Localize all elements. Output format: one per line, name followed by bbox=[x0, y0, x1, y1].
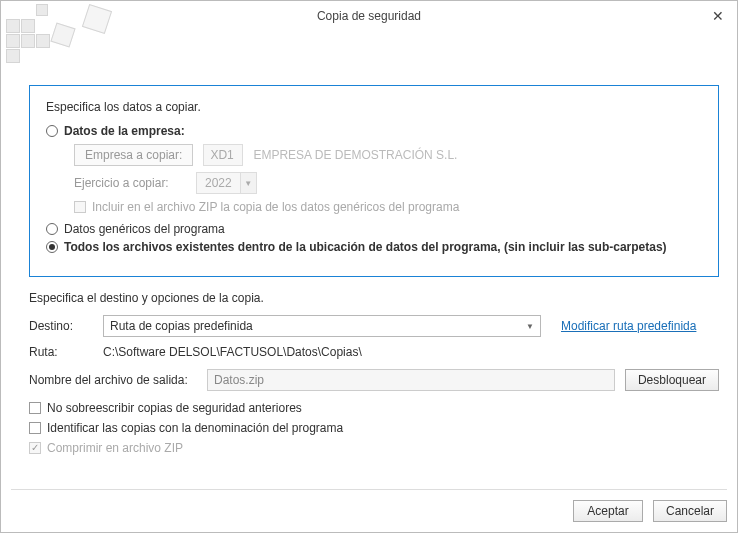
checkbox-identify-row[interactable]: Identificar las copias con la denominaci… bbox=[29, 421, 719, 435]
radio-icon bbox=[46, 241, 58, 253]
window-title: Copia de seguridad bbox=[317, 9, 421, 23]
destination-label: Destino: bbox=[29, 319, 93, 333]
checkbox-compress-label: Comprimir en archivo ZIP bbox=[47, 441, 183, 455]
path-value: C:\Software DELSOL\FACTUSOL\Datos\Copias… bbox=[103, 345, 362, 359]
section1-heading: Especifica los datos a copiar. bbox=[46, 100, 702, 114]
section2-heading: Especifica el destino y opciones de la c… bbox=[29, 291, 719, 305]
unlock-button[interactable]: Desbloquear bbox=[625, 369, 719, 391]
company-name-text: EMPRESA DE DEMOSTRACIÓN S.L. bbox=[253, 148, 457, 162]
checkbox-no-overwrite[interactable] bbox=[29, 402, 41, 414]
modify-path-link[interactable]: Modificar ruta predefinida bbox=[561, 319, 696, 333]
radio-all-files-label: Todos los archivos existentes dentro de … bbox=[64, 240, 667, 254]
year-select: 2022 ▼ bbox=[196, 172, 257, 194]
source-data-groupbox: Especifica los datos a copiar. Datos de … bbox=[29, 85, 719, 277]
accept-button[interactable]: Aceptar bbox=[573, 500, 643, 522]
chevron-down-icon: ▼ bbox=[526, 322, 534, 331]
path-label: Ruta: bbox=[29, 345, 93, 359]
radio-generic-label: Datos genéricos del programa bbox=[64, 222, 225, 236]
checkbox-identify-label: Identificar las copias con la denominaci… bbox=[47, 421, 343, 435]
close-icon[interactable]: ✕ bbox=[709, 7, 727, 25]
checkbox-no-overwrite-label: No sobreescribir copias de seguridad ant… bbox=[47, 401, 302, 415]
radio-generic-data[interactable]: Datos genéricos del programa bbox=[46, 222, 702, 236]
checkbox-identify[interactable] bbox=[29, 422, 41, 434]
radio-icon bbox=[46, 223, 58, 235]
chevron-down-icon: ▼ bbox=[241, 172, 257, 194]
decorative-squares bbox=[5, 5, 115, 85]
checkbox-include-generic bbox=[74, 201, 86, 213]
year-label: Ejercicio a copiar: bbox=[74, 176, 186, 190]
radio-all-files[interactable]: Todos los archivos existentes dentro de … bbox=[46, 240, 702, 254]
year-value: 2022 bbox=[196, 172, 241, 194]
destination-dropdown[interactable]: Ruta de copias predefinida ▼ bbox=[103, 315, 541, 337]
checkbox-no-overwrite-row[interactable]: No sobreescribir copias de seguridad ant… bbox=[29, 401, 719, 415]
output-filename-field: Datos.zip bbox=[207, 369, 615, 391]
cancel-button[interactable]: Cancelar bbox=[653, 500, 727, 522]
radio-company-label: Datos de la empresa: bbox=[64, 124, 185, 138]
radio-company-data[interactable]: Datos de la empresa: bbox=[46, 124, 702, 138]
output-filename-label: Nombre del archivo de salida: bbox=[29, 373, 197, 387]
checkbox-include-generic-label: Incluir en el archivo ZIP la copia de lo… bbox=[92, 200, 459, 214]
radio-icon bbox=[46, 125, 58, 137]
destination-value: Ruta de copias predefinida bbox=[110, 319, 253, 333]
checkbox-compress bbox=[29, 442, 41, 454]
checkbox-compress-row: Comprimir en archivo ZIP bbox=[29, 441, 719, 455]
company-code-field: XD1 bbox=[203, 144, 243, 166]
company-to-copy-button: Empresa a copiar: bbox=[74, 144, 193, 166]
